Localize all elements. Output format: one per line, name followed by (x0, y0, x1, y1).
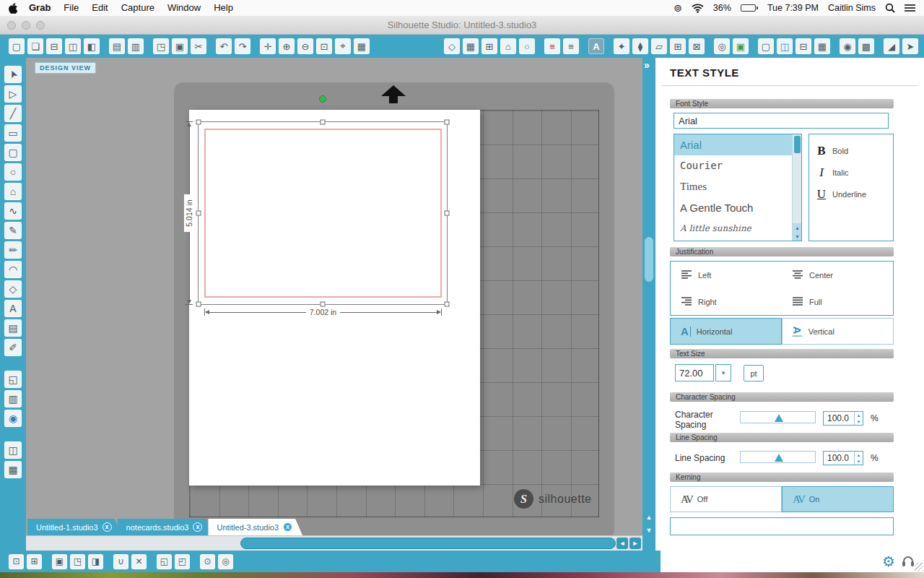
menu-grab[interactable]: Grab (22, 0, 57, 16)
scale-button[interactable]: ⊞ (27, 554, 42, 569)
rounded-rectangle-tool-button[interactable]: ▢ (4, 144, 22, 161)
page-panel-button[interactable]: ◫ (4, 441, 22, 459)
character-spacing-value[interactable]: 100.0 ▲ ▼ (823, 411, 863, 426)
print-button[interactable]: ▤ (109, 38, 125, 54)
notification-center-icon[interactable] (905, 4, 915, 12)
selection-handle[interactable] (445, 302, 450, 307)
shapes-button[interactable]: ○ (519, 38, 535, 54)
curve-tool-button[interactable]: ∿ (4, 202, 22, 220)
freehand-tool-button[interactable]: ✎ (4, 222, 22, 239)
show-store-button[interactable]: ⌂ (500, 38, 516, 54)
rectangle-tool-button[interactable]: ▭ (4, 124, 22, 142)
user-menu[interactable]: Caitlin Sims (828, 3, 876, 13)
trace-button[interactable]: ▣ (733, 38, 749, 54)
orientation-vertical-button[interactable]: A Vertical (782, 318, 894, 345)
menu-file[interactable]: File (57, 0, 85, 16)
selection-handle[interactable] (196, 211, 201, 216)
font-list-scrollbar[interactable]: ▲ ▼ (792, 134, 801, 241)
scroll-right-button[interactable]: ► (629, 538, 641, 549)
print-settings-button[interactable]: ▥ (128, 38, 144, 54)
store-tool-button[interactable]: ◉ (4, 410, 22, 427)
character-spacing-slider[interactable] (740, 411, 816, 423)
horizontal-scrollbar[interactable]: ◄ ► (26, 535, 642, 551)
font-option-courier[interactable]: Courier (674, 155, 793, 176)
text-size-input[interactable] (675, 364, 714, 381)
bring-forward-button[interactable]: ◱ (157, 554, 172, 569)
wifi-icon[interactable] (692, 4, 704, 13)
cut-button[interactable]: ✂ (191, 38, 206, 54)
vertical-scroll-thumb[interactable] (645, 237, 653, 282)
tab-untitled-3-studio3[interactable]: Untitled-3.studio3x (208, 519, 302, 535)
redo-button[interactable]: ↷ (235, 38, 250, 54)
line-spacing-slider-thumb[interactable] (775, 454, 783, 462)
arc-tool-button[interactable]: ◠ (4, 261, 22, 278)
weld-button[interactable]: ∪ (113, 554, 128, 569)
line-tool-button[interactable]: ╱ (4, 105, 22, 122)
menu-help[interactable]: Help (207, 0, 240, 16)
apple-menu-icon[interactable] (9, 3, 18, 14)
shadow-tool-button[interactable]: ◱ (4, 371, 22, 388)
scroll-up-button[interactable]: ▲ (642, 512, 655, 523)
line-spacing-slider[interactable] (740, 451, 816, 463)
copy-object-button[interactable]: ▣ (52, 554, 67, 569)
fill-style-button[interactable]: ≡ (563, 38, 579, 54)
show-grid-button[interactable]: ⊞ (481, 38, 497, 54)
font-list-scroll-up-button[interactable]: ▲ (793, 223, 802, 232)
object-align-button[interactable]: ⊞ (670, 38, 686, 54)
selection-handle[interactable] (445, 211, 450, 216)
transform-button[interactable]: ⊡ (9, 554, 24, 569)
fill-page-button[interactable]: ▦ (463, 38, 479, 54)
scroll-left-button[interactable]: ◄ (616, 538, 628, 549)
text-style-button[interactable]: A (588, 38, 604, 54)
selection-handle[interactable] (445, 120, 450, 125)
tab-close-button[interactable]: x (283, 522, 292, 532)
import-button[interactable]: ⊟ (46, 38, 62, 54)
kerning-on-button[interactable]: AV On (782, 486, 894, 512)
pixscan-button[interactable]: ▩ (858, 38, 874, 54)
fit-to-window-button[interactable]: ▦ (354, 38, 370, 54)
font-option-a-gentle-touch[interactable]: A Gentle Touch (674, 197, 793, 218)
justify-right-button[interactable]: Right (671, 288, 782, 315)
delete-button[interactable]: ✕ (131, 554, 147, 569)
selection-handle[interactable] (321, 120, 326, 125)
margins-button[interactable]: ⊟ (796, 38, 811, 54)
line-spacing-step-down[interactable]: ▼ (855, 458, 863, 465)
support-headset-icon[interactable] (902, 556, 914, 566)
select-tool-button[interactable]: ➤ (4, 66, 22, 83)
orientation-horizontal-button[interactable]: A Horizontal (670, 318, 782, 345)
font-option-arial[interactable]: Arial (674, 134, 793, 155)
new-document-button[interactable]: ▢ (9, 38, 25, 54)
design-canvas[interactable]: DESIGN VIEW S silhouette 7.002 in 5.014 … (26, 58, 642, 551)
zoom-in-button[interactable]: ⊕ (279, 38, 295, 54)
undo-button[interactable]: ↶ (216, 38, 232, 54)
character-spacing-step-up[interactable]: ▲ (855, 412, 863, 418)
menu-edit[interactable]: Edit (85, 0, 114, 16)
copy-button[interactable]: ◳ (153, 38, 169, 54)
font-list-scroll-down-button[interactable]: ▼ (793, 232, 802, 241)
horizontal-scroll-thumb[interactable] (240, 538, 616, 549)
nest-button[interactable]: ⧫ (632, 38, 648, 54)
spotlight-search-icon[interactable] (885, 3, 895, 13)
grid-settings-button[interactable]: ▦ (814, 38, 830, 54)
panel-collapse-icon[interactable]: » (644, 59, 650, 71)
font-search-input[interactable] (674, 113, 889, 129)
lock-button[interactable]: ⊙ (200, 554, 215, 569)
text-size-dropdown-button[interactable]: ▼ (715, 364, 731, 381)
tab-close-button[interactable]: x (103, 522, 112, 532)
kerning-off-button[interactable]: AV Off (670, 486, 782, 512)
text-size-unit-button[interactable]: pt (744, 365, 764, 381)
offset-button[interactable]: ◎ (714, 38, 730, 54)
font-underline-button[interactable]: UUnderline (809, 184, 893, 205)
straw-tool-button[interactable]: ◇ (444, 38, 460, 54)
page-setup-button[interactable]: ▢ (758, 38, 774, 54)
drag-zoom-button[interactable]: ⌖ (335, 38, 351, 54)
justify-left-button[interactable]: Left (671, 262, 782, 288)
character-spacing-step-down[interactable]: ▼ (855, 418, 863, 425)
font-option-a-little-sunshine[interactable]: A little sunshine (674, 218, 793, 239)
font-bold-button[interactable]: BBold (809, 140, 893, 162)
selection-bounding-box[interactable] (198, 121, 448, 305)
note-tool-button[interactable]: ▤ (4, 319, 22, 337)
open-button[interactable]: ❏ (27, 38, 43, 54)
shear-button[interactable]: ▱ (651, 38, 667, 54)
font-option-times[interactable]: Times (674, 176, 793, 197)
